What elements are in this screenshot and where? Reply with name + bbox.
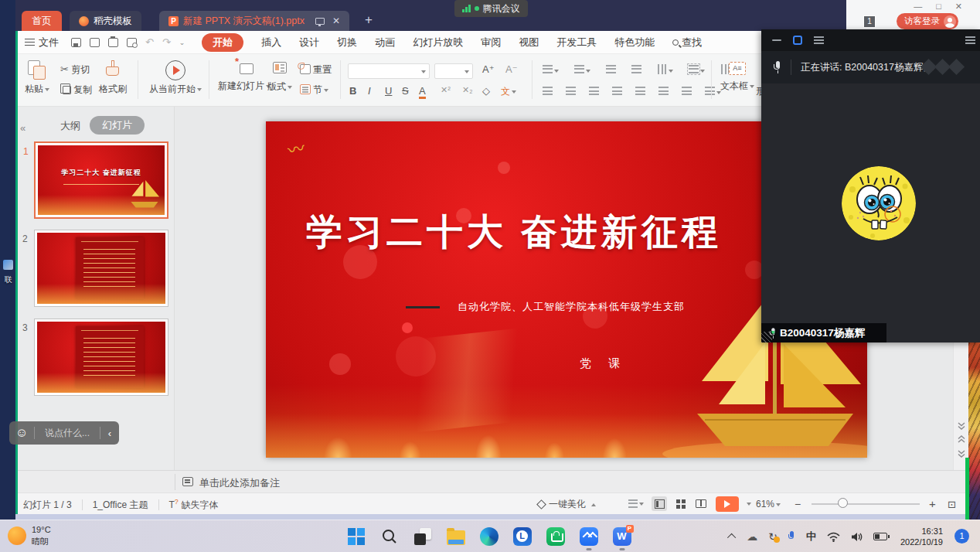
app-store-button[interactable] xyxy=(545,526,566,547)
menu-devtools[interactable]: 开发工具 xyxy=(556,36,597,49)
reset-button[interactable]: 重置 xyxy=(300,63,332,77)
format-painter-button[interactable]: 格式刷 xyxy=(99,60,127,96)
view-options-button[interactable] xyxy=(628,496,644,511)
section-button[interactable]: 节 xyxy=(300,83,328,97)
grow-font-button[interactable]: A⁺ xyxy=(482,63,495,75)
sync-icon[interactable]: ↻ xyxy=(768,530,778,543)
copy-button[interactable]: 复制 xyxy=(60,83,92,97)
font-size-select[interactable] xyxy=(434,63,473,79)
reading-view-button[interactable] xyxy=(693,496,709,511)
slide-thumbnail-3[interactable]: 3 xyxy=(34,319,168,396)
justify-button[interactable] xyxy=(612,87,622,95)
slide-thumbnail-1[interactable]: 1 学习二十大 奋进新征程 xyxy=(34,141,168,219)
beautify-button[interactable]: 一键美化 xyxy=(538,498,596,511)
tencent-meeting-button[interactable] xyxy=(578,526,599,547)
edge-button[interactable] xyxy=(478,526,499,547)
underline-button[interactable]: U xyxy=(385,85,392,97)
message-badge[interactable]: 1 xyxy=(863,15,876,28)
tab-outline[interactable]: 大纲 xyxy=(60,119,80,133)
missing-font-indicator[interactable]: T? 缺失字体 xyxy=(169,498,219,512)
tab-slides[interactable]: 幻灯片 xyxy=(90,116,145,135)
save-icon[interactable] xyxy=(71,38,81,47)
line-spacing-button[interactable] xyxy=(705,87,721,97)
theme-name[interactable]: 1_Office 主题 xyxy=(93,499,148,512)
menu-view[interactable]: 视图 xyxy=(519,36,539,49)
textbox-button[interactable]: A≡ 文本框 xyxy=(720,62,754,93)
hidden-icons-chevron[interactable] xyxy=(727,533,736,542)
speaker-icon[interactable] xyxy=(851,532,863,542)
menu-transitions[interactable]: 切换 xyxy=(337,36,357,49)
next-slide-icon[interactable] xyxy=(957,448,966,457)
increase-indent-button[interactable] xyxy=(631,65,641,73)
bullets-button[interactable] xyxy=(543,65,559,76)
chat-collapse-icon[interactable]: ‹ xyxy=(108,428,111,439)
task-view-button[interactable] xyxy=(412,526,433,547)
line-spacing-up-button[interactable] xyxy=(658,87,669,95)
tab-home[interactable]: 首页 xyxy=(22,11,62,31)
phonetic-guide-button[interactable]: 文 xyxy=(501,85,516,98)
wps-office-button[interactable]: WP xyxy=(611,526,632,547)
desktop-shortcut[interactable]: 联 xyxy=(2,260,14,285)
redo-icon[interactable]: ↷ xyxy=(162,36,171,48)
menu-design[interactable]: 设计 xyxy=(299,36,319,49)
minimize-button[interactable]: — xyxy=(914,2,922,12)
present-monitor-icon[interactable] xyxy=(315,18,325,25)
slide-thumbnail-2[interactable]: 2 xyxy=(34,230,168,307)
search-button[interactable] xyxy=(379,526,400,547)
zoom-in-button[interactable]: + xyxy=(929,497,936,510)
shrink-font-button[interactable]: A⁻ xyxy=(505,63,518,75)
battery-icon[interactable] xyxy=(873,533,887,540)
normal-view-button[interactable] xyxy=(652,496,667,511)
menu-animation[interactable]: 动画 xyxy=(375,36,395,49)
file-explorer-button[interactable] xyxy=(445,526,466,547)
superscript-button[interactable]: ✕² xyxy=(441,85,451,95)
chat-placeholder[interactable]: 说点什么... xyxy=(35,427,99,440)
paste-button[interactable]: 粘贴 xyxy=(25,60,49,96)
chat-pill[interactable]: ☺ 说点什么... ‹ xyxy=(9,421,119,445)
line-spacing-down-button[interactable] xyxy=(682,87,692,95)
emoji-icon[interactable]: ☺ xyxy=(15,426,28,440)
shading-button[interactable] xyxy=(689,65,705,76)
new-tab-button[interactable]: + xyxy=(365,12,373,28)
tab-docer-templates[interactable]: 稻壳模板 xyxy=(70,11,141,31)
start-button[interactable] xyxy=(345,526,366,547)
distribute-button[interactable] xyxy=(635,87,645,95)
output-icon[interactable] xyxy=(90,38,100,47)
meeting-minimize-icon[interactable] xyxy=(772,39,781,42)
cut-button[interactable]: ✂ 剪切 xyxy=(60,63,90,77)
meeting-menu-icon[interactable] xyxy=(965,36,975,44)
menu-slideshow[interactable]: 幻灯片放映 xyxy=(413,36,463,49)
ime-indicator[interactable]: 中 xyxy=(806,530,816,543)
zoom-slider-track[interactable] xyxy=(812,503,920,505)
fit-slide-button[interactable]: ⊡ xyxy=(948,499,956,510)
tencent-meeting-pill[interactable]: 腾讯会议 xyxy=(454,0,528,17)
italic-button[interactable]: I xyxy=(368,85,371,97)
weather-widget[interactable]: 19°C 晴朗 xyxy=(8,524,51,547)
subscript-button[interactable]: ✕₂ xyxy=(462,85,473,95)
file-menu[interactable]: 文件 xyxy=(25,36,59,49)
zoom-level[interactable]: 61% xyxy=(756,499,781,509)
lenovo-app-button[interactable]: L xyxy=(512,526,533,547)
strikethrough-button[interactable]: S xyxy=(402,85,409,97)
text-direction-button[interactable] xyxy=(657,65,673,76)
collapse-sidebar-button[interactable]: « xyxy=(20,122,26,134)
align-left-button[interactable] xyxy=(543,87,553,95)
print-icon[interactable] xyxy=(108,38,118,47)
wifi-icon[interactable] xyxy=(827,532,840,542)
layout-button[interactable]: 版式 xyxy=(267,62,292,94)
tab-document[interactable]: P 新建 PPTX 演示文稿(1).pptx ✕ xyxy=(159,11,349,31)
font-name-select[interactable] xyxy=(348,63,430,79)
tray-mic-icon[interactable] xyxy=(788,531,795,543)
zoom-slider-knob[interactable] xyxy=(838,498,848,508)
meeting-window-mode-icon[interactable] xyxy=(793,36,802,45)
close-button[interactable]: ✕ xyxy=(955,2,962,12)
notification-badge[interactable]: 1 xyxy=(954,529,969,543)
print-preview-icon[interactable] xyxy=(127,38,137,47)
align-right-button[interactable] xyxy=(589,87,599,95)
font-color-button[interactable]: A xyxy=(419,85,426,99)
play-from-current-button[interactable]: 从当前开始 xyxy=(145,60,206,96)
align-center-button[interactable] xyxy=(566,87,576,95)
play-options-caret[interactable] xyxy=(740,496,756,511)
participant-video[interactable] xyxy=(761,83,980,342)
menu-insert[interactable]: 插入 xyxy=(261,36,281,49)
